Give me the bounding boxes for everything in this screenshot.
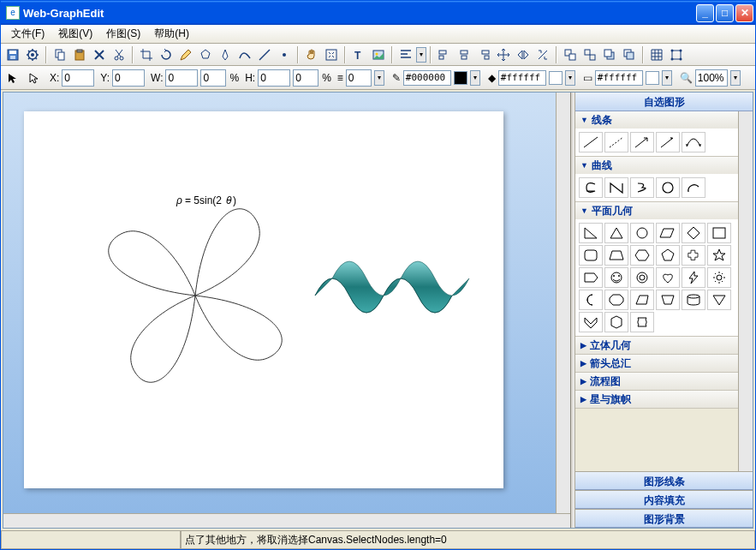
bg-swatch[interactable] bbox=[646, 71, 659, 85]
shape-square[interactable] bbox=[707, 223, 731, 243]
shape-chevron-down[interactable] bbox=[579, 312, 603, 332]
bring-front-button[interactable] bbox=[600, 45, 619, 64]
shape-circle[interactable] bbox=[630, 223, 654, 243]
shape-hexagon[interactable] bbox=[630, 245, 654, 266]
select-tool[interactable] bbox=[3, 69, 22, 87]
zoomfit-button[interactable] bbox=[322, 45, 341, 64]
bg-dropdown[interactable]: ▾ bbox=[662, 70, 672, 86]
menu-help[interactable]: 帮助(H) bbox=[147, 25, 196, 43]
line-button[interactable] bbox=[255, 45, 274, 64]
shape-trap2[interactable] bbox=[656, 290, 680, 310]
zoom-input[interactable] bbox=[695, 69, 728, 87]
polygon-button[interactable] bbox=[196, 45, 215, 64]
pointer-tool[interactable] bbox=[25, 69, 44, 87]
w-input[interactable] bbox=[165, 69, 198, 87]
align-right-button[interactable] bbox=[474, 45, 493, 64]
zoom-dropdown[interactable]: ▾ bbox=[730, 70, 741, 86]
wave-surface[interactable] bbox=[315, 261, 469, 313]
shape-lightning[interactable] bbox=[682, 267, 705, 288]
canvas-vscroll[interactable] bbox=[556, 93, 570, 513]
align-left-button[interactable] bbox=[435, 45, 454, 64]
cat-curves-header[interactable]: ▼曲线 bbox=[575, 157, 738, 174]
shape-n[interactable] bbox=[604, 177, 628, 198]
shape-pentagon[interactable] bbox=[656, 245, 680, 266]
shape-quad[interactable] bbox=[630, 290, 654, 310]
shape-arrow[interactable] bbox=[630, 132, 654, 152]
shape-pentagon2[interactable] bbox=[579, 267, 603, 288]
bg-color[interactable]: #ffffff bbox=[595, 70, 643, 86]
shape-dashline[interactable] bbox=[604, 132, 628, 152]
shape-heart[interactable] bbox=[656, 267, 680, 288]
shape-arrow2[interactable] bbox=[656, 132, 680, 152]
y-input[interactable] bbox=[112, 69, 145, 87]
stroke-color[interactable]: #000000 bbox=[403, 70, 451, 86]
curve-button[interactable] bbox=[235, 45, 254, 64]
flip-v-button[interactable] bbox=[533, 45, 552, 64]
shape-o[interactable] bbox=[656, 177, 680, 198]
shape-tri-down[interactable] bbox=[707, 290, 731, 310]
fill-swatch[interactable] bbox=[549, 71, 563, 85]
canvas-paper[interactable]: ρ = 5sin(2 θ ) bbox=[24, 111, 503, 488]
shape-sun[interactable] bbox=[707, 267, 731, 288]
cat-arrows-header[interactable]: ▶箭头总汇 bbox=[575, 355, 738, 372]
linewidth-dropdown[interactable]: ▾ bbox=[374, 70, 384, 86]
snap-button[interactable] bbox=[667, 45, 686, 64]
w-pct-input[interactable] bbox=[200, 69, 226, 87]
shape-cross[interactable] bbox=[682, 245, 705, 266]
shape-trapezoid[interactable] bbox=[604, 245, 628, 266]
x-input[interactable] bbox=[62, 69, 94, 87]
shape-donut[interactable] bbox=[630, 267, 654, 288]
copy-button[interactable] bbox=[51, 45, 69, 64]
shape-smiley[interactable] bbox=[604, 267, 628, 288]
btn-shape-line[interactable]: 图形线条 bbox=[575, 471, 753, 490]
shape-diamond[interactable] bbox=[682, 223, 705, 243]
h-input[interactable] bbox=[258, 69, 290, 87]
move-button[interactable] bbox=[494, 45, 513, 64]
send-back-button[interactable] bbox=[620, 45, 639, 64]
stroke-swatch[interactable] bbox=[454, 71, 467, 85]
canvas-hscroll[interactable] bbox=[3, 513, 570, 528]
close-button[interactable]: ✕ bbox=[735, 4, 753, 22]
shape-3[interactable] bbox=[630, 177, 654, 198]
settings-button[interactable] bbox=[23, 45, 42, 64]
shape-parallelogram[interactable] bbox=[656, 223, 680, 243]
dot-button[interactable] bbox=[275, 45, 294, 64]
fill-color[interactable]: #ffffff bbox=[498, 70, 546, 86]
minimize-button[interactable]: _ bbox=[696, 4, 714, 22]
flip-h-button[interactable] bbox=[514, 45, 533, 64]
menu-file[interactable]: 文件(F) bbox=[4, 25, 51, 43]
shape-curve-arrow[interactable] bbox=[682, 132, 705, 152]
shape-can[interactable] bbox=[682, 290, 705, 310]
shape-arc[interactable] bbox=[682, 177, 705, 198]
cut-button[interactable] bbox=[110, 45, 128, 64]
cat-lines-header[interactable]: ▼线条 bbox=[575, 111, 738, 129]
linewidth-input[interactable] bbox=[346, 69, 372, 87]
image-button[interactable] bbox=[369, 45, 388, 64]
delete-button[interactable] bbox=[90, 45, 109, 64]
shape-s[interactable] bbox=[579, 177, 603, 198]
shape-rtriangle[interactable] bbox=[579, 223, 603, 243]
panel-vscroll[interactable] bbox=[738, 111, 753, 471]
text-button[interactable]: T bbox=[349, 45, 368, 64]
paste-button[interactable] bbox=[70, 45, 89, 64]
shape-octagon[interactable] bbox=[604, 290, 628, 310]
shape-moon[interactable] bbox=[579, 290, 603, 310]
shape-plaque[interactable] bbox=[630, 312, 654, 332]
rotate-button[interactable] bbox=[157, 45, 176, 64]
menu-view[interactable]: 视图(V) bbox=[51, 25, 99, 43]
canvas-area[interactable]: ρ = 5sin(2 θ ) bbox=[3, 93, 556, 513]
menu-draw[interactable]: 作图(S) bbox=[99, 25, 147, 43]
fill-dropdown[interactable]: ▾ bbox=[565, 70, 575, 86]
save-button[interactable] bbox=[3, 45, 22, 64]
pencil-button[interactable] bbox=[176, 45, 195, 64]
rose-curve[interactable] bbox=[109, 209, 283, 383]
cat-plane-header[interactable]: ▼平面几何 bbox=[575, 202, 738, 219]
align-button[interactable] bbox=[396, 45, 415, 64]
align-center-button[interactable] bbox=[455, 45, 473, 64]
btn-shape-bg[interactable]: 图形背景 bbox=[575, 509, 753, 528]
cat-flow-header[interactable]: ▶流程图 bbox=[575, 373, 738, 390]
align-dropdown[interactable]: ▾ bbox=[416, 47, 426, 63]
cat-stars-header[interactable]: ▶星与旗帜 bbox=[575, 391, 738, 408]
btn-content-fill[interactable]: 内容填充 bbox=[575, 490, 753, 509]
crop-button[interactable] bbox=[137, 45, 156, 64]
